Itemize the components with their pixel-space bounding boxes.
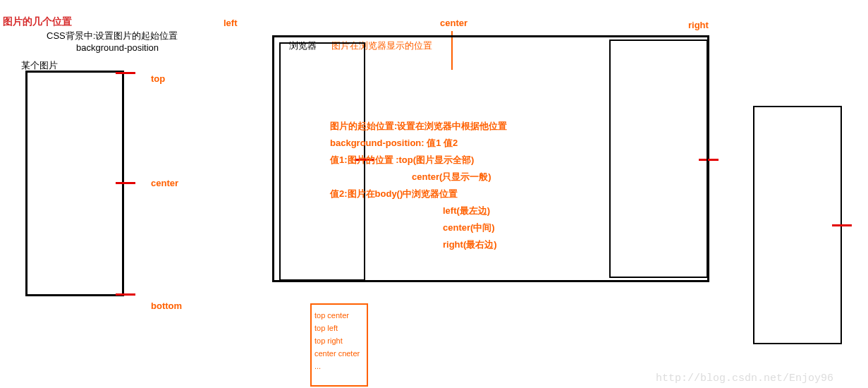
top-label-right: right [688,20,709,30]
top-label-center: center [440,18,467,28]
tick-far-right-center [832,224,852,226]
desc-line-3: 值1:图片的位置 :top(图片显示全部) [330,152,626,169]
subheading-bgpos: background-position [76,42,159,53]
combo-item-1: top center [314,309,364,322]
combo-item-4: center cneter [314,347,364,360]
desc-line-8: right(最右边) [330,236,626,253]
tick-center [116,182,135,184]
tick-bottom [116,293,135,296]
watermark: http://blog.csdn.net/Enjoy96 [656,372,833,384]
desc-line-1: 图片的起始位置:设置在浏览器中根据他位置 [330,118,626,135]
tick-top [116,72,135,74]
combo-item-3: top right [314,334,364,347]
desc-line-4: center(只显示一般) [330,169,626,186]
heading-image-positions: 图片的几个位置 [3,16,72,28]
desc-line-5: 值2:图片在body()中浏览器位置 [330,186,626,202]
image-box-left [25,71,124,296]
description-block: 图片的起始位置:设置在浏览器中根据他位置 background-position… [330,118,626,253]
combo-item-5: ... [314,360,364,372]
label-bottom: bottom [151,301,182,311]
label-center: center [151,178,178,188]
desc-line-2: background-position: 值1 值2 [330,135,626,152]
combo-examples-box: top center top left top right center cne… [310,303,368,387]
label-top: top [151,73,165,84]
image-box-far-right [753,106,842,344]
desc-line-7: center(中间) [330,219,626,236]
desc-line-6: left(最左边) [330,202,626,219]
top-label-left: left [224,18,238,28]
subheading-css-bg: CSS背景中:设置图片的起始位置 [47,30,178,42]
image-box-right-partial [609,40,708,278]
combo-item-2: top left [314,322,364,334]
